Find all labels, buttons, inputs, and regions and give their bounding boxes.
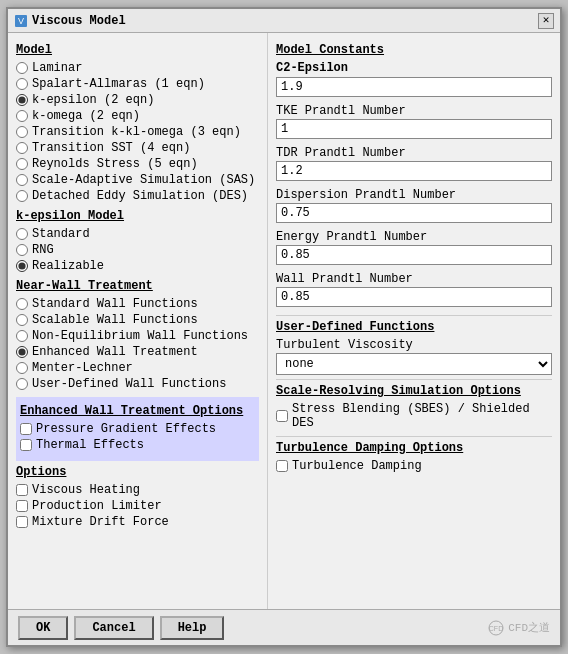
radio-scalable[interactable]: Scalable Wall Functions <box>16 313 259 327</box>
options-section: Options Viscous Heating Production Limit… <box>16 465 259 529</box>
near-wall-radio-group: Standard Wall Functions Scalable Wall Fu… <box>16 297 259 391</box>
dispersion-prandtl-input[interactable] <box>276 203 552 223</box>
udf-section-title: User-Defined Functions <box>276 320 552 334</box>
cb-mixture-drift[interactable]: Mixture Drift Force <box>16 515 259 529</box>
radio-des[interactable]: Detached Eddy Simulation (DES) <box>16 189 259 203</box>
scale-resolving-title: Scale-Resolving Simulation Options <box>276 384 552 398</box>
left-panel: Model Laminar Spalart-Allmaras (1 eqn) k… <box>8 33 268 609</box>
turbulent-viscosity-dropdown[interactable]: none <box>276 353 552 375</box>
radio-transition-sst[interactable]: Transition SST (4 eqn) <box>16 141 259 155</box>
wall-prandtl-label: Wall Prandtl Number <box>276 272 552 286</box>
radio-menter[interactable]: Menter-Lechner <box>16 361 259 375</box>
title-bar: V Viscous Model ✕ <box>8 9 560 33</box>
watermark: CFD CFD之道 <box>488 620 550 636</box>
radio-komega[interactable]: k-omega (2 eqn) <box>16 109 259 123</box>
enhanced-options-title: Enhanced Wall Treatment Options <box>20 404 255 418</box>
cancel-button[interactable]: Cancel <box>74 616 153 640</box>
enhanced-checkbox-group: Pressure Gradient Effects Thermal Effect… <box>20 422 255 452</box>
c2-epsilon-label: C2-Epsilon <box>276 61 552 75</box>
cb-stress-blending[interactable]: Stress Blending (SBES) / Shielded DES <box>276 402 552 430</box>
tdr-prandtl-label: TDR Prandtl Number <box>276 146 552 160</box>
cb-production-limiter[interactable]: Production Limiter <box>16 499 259 513</box>
radio-laminar[interactable]: Laminar <box>16 61 259 75</box>
radio-rng[interactable]: RNG <box>16 243 259 257</box>
energy-prandtl-label: Energy Prandtl Number <box>276 230 552 244</box>
svg-text:V: V <box>18 16 24 26</box>
cb-thermal[interactable]: Thermal Effects <box>20 438 255 452</box>
ok-button[interactable]: OK <box>18 616 68 640</box>
options-title: Options <box>16 465 259 479</box>
radio-transition-kl[interactable]: Transition k-kl-omega (3 eqn) <box>16 125 259 139</box>
c2-epsilon-input[interactable] <box>276 77 552 97</box>
turbulence-damping-checkbox-group: Turbulence Damping <box>276 459 552 473</box>
cb-pressure-grad[interactable]: Pressure Gradient Effects <box>20 422 255 436</box>
wall-prandtl-input[interactable] <box>276 287 552 307</box>
enhanced-options-section: Enhanced Wall Treatment Options Pressure… <box>16 397 259 461</box>
close-button[interactable]: ✕ <box>538 13 554 29</box>
svg-text:CFD: CFD <box>489 625 503 632</box>
bottom-bar: OK Cancel Help CFD CFD之道 <box>8 609 560 645</box>
radio-spalart[interactable]: Spalart-Allmaras (1 eqn) <box>16 77 259 91</box>
right-panel: Model Constants C2-Epsilon TKE Prandtl N… <box>268 33 560 609</box>
radio-standard[interactable]: Standard <box>16 227 259 241</box>
action-buttons: OK Cancel Help <box>18 616 224 640</box>
watermark-icon: CFD <box>488 620 504 636</box>
radio-reynolds[interactable]: Reynolds Stress (5 eqn) <box>16 157 259 171</box>
help-button[interactable]: Help <box>160 616 225 640</box>
tdr-prandtl-input[interactable] <box>276 161 552 181</box>
kepsilon-section-title: k-epsilon Model <box>16 209 259 223</box>
kepsilon-radio-group: Standard RNG Realizable <box>16 227 259 273</box>
radio-realizable[interactable]: Realizable <box>16 259 259 273</box>
cb-viscous-heating[interactable]: Viscous Heating <box>16 483 259 497</box>
radio-std-wall[interactable]: Standard Wall Functions <box>16 297 259 311</box>
viscous-model-dialog: V Viscous Model ✕ Model Laminar Spalart-… <box>6 7 562 647</box>
near-wall-section-title: Near-Wall Treatment <box>16 279 259 293</box>
model-section-title: Model <box>16 43 259 57</box>
model-radio-group: Laminar Spalart-Allmaras (1 eqn) k-epsil… <box>16 61 259 203</box>
radio-user-def-wall[interactable]: User-Defined Wall Functions <box>16 377 259 391</box>
turbulent-viscosity-label: Turbulent Viscosity <box>276 338 552 352</box>
tke-prandtl-input[interactable] <box>276 119 552 139</box>
title-bar-left: V Viscous Model <box>14 14 126 28</box>
tke-prandtl-label: TKE Prandtl Number <box>276 104 552 118</box>
dialog-title: Viscous Model <box>32 14 126 28</box>
model-constants-title: Model Constants <box>276 43 552 57</box>
scale-resolving-checkbox-group: Stress Blending (SBES) / Shielded DES <box>276 402 552 430</box>
energy-prandtl-input[interactable] <box>276 245 552 265</box>
options-checkbox-group: Viscous Heating Production Limiter Mixtu… <box>16 483 259 529</box>
radio-non-eq[interactable]: Non-Equilibrium Wall Functions <box>16 329 259 343</box>
main-content: Model Laminar Spalart-Allmaras (1 eqn) k… <box>8 33 560 609</box>
radio-enhanced-wall[interactable]: Enhanced Wall Treatment <box>16 345 259 359</box>
radio-kepsilon[interactable]: k-epsilon (2 eqn) <box>16 93 259 107</box>
turbulence-damping-title: Turbulence Damping Options <box>276 441 552 455</box>
radio-sas[interactable]: Scale-Adaptive Simulation (SAS) <box>16 173 259 187</box>
cb-turbulence-damping[interactable]: Turbulence Damping <box>276 459 552 473</box>
dialog-icon: V <box>14 14 28 28</box>
dispersion-prandtl-label: Dispersion Prandtl Number <box>276 188 552 202</box>
